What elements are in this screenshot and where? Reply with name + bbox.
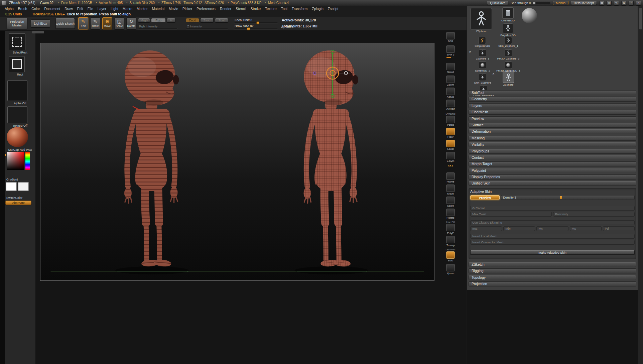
aahalf-button[interactable]: AAHalf bbox=[445, 100, 456, 110]
scale-mode-button[interactable]: ◱ Scale bbox=[114, 17, 124, 29]
menus-button[interactable]: Menus bbox=[553, 1, 568, 5]
floor-button[interactable]: Floor bbox=[445, 128, 456, 138]
material-matcap-thumb[interactable] bbox=[7, 127, 28, 147]
model-adaptive-skin[interactable] bbox=[295, 50, 368, 274]
section-topology[interactable]: Topology bbox=[469, 275, 636, 280]
layout-split-icon[interactable]: ▥ bbox=[607, 1, 612, 5]
adaptive-preview-button[interactable]: Preview bbox=[470, 195, 500, 200]
spix-slider[interactable] bbox=[446, 57, 455, 58]
menu-tool[interactable]: Tool bbox=[281, 7, 287, 11]
persp-button[interactable]: Dynamic Persp bbox=[445, 112, 456, 126]
zadd-button[interactable]: Zadd bbox=[186, 18, 199, 22]
local-button[interactable]: Local bbox=[445, 140, 456, 150]
close-icon[interactable]: ✕ bbox=[636, 1, 641, 5]
rgb-button[interactable]: Rgb bbox=[151, 18, 166, 22]
menu-macro[interactable]: Macro bbox=[123, 7, 132, 11]
zoom-button[interactable]: Zoom bbox=[445, 76, 456, 86]
polyf-button[interactable]: Line Fill PolyF bbox=[445, 221, 456, 235]
quicksave-button[interactable]: QuickSave bbox=[487, 1, 508, 5]
mrgb-button[interactable]: Mrgb bbox=[138, 18, 150, 22]
edit-config-icon[interactable]: ✎ bbox=[614, 1, 619, 5]
move-mode-button[interactable]: ⊕ Move bbox=[102, 17, 112, 29]
section-display-properties[interactable]: Display Properties bbox=[469, 174, 636, 179]
lsym-button[interactable]: L.Sym bbox=[445, 152, 456, 162]
document-viewport[interactable] bbox=[40, 43, 434, 281]
tool-thumb-cylinder3d[interactable]: Cylinder3D bbox=[497, 7, 519, 22]
draw-size-track[interactable] bbox=[234, 28, 278, 29]
adaptive-skin-title[interactable]: Adaptive Skin bbox=[470, 190, 492, 194]
menu-picker[interactable]: Picker bbox=[182, 7, 192, 11]
menu-movie[interactable]: Movie bbox=[169, 7, 178, 11]
section-projection[interactable]: Projection bbox=[469, 281, 636, 286]
section-visibility[interactable]: Visibility bbox=[469, 142, 636, 147]
tool-thumb-pm3d-sphere3d-1[interactable]: PM3D_Sphere3D_1 bbox=[496, 62, 520, 72]
focal-shift-knob[interactable] bbox=[256, 21, 259, 24]
projection-master-button[interactable]: Projection Master bbox=[7, 18, 27, 29]
menu-document[interactable]: Document bbox=[44, 7, 60, 11]
tool-thumb-simplebrush[interactable]: SimpleBrush bbox=[472, 37, 492, 47]
section-contact[interactable]: Contact bbox=[469, 155, 636, 160]
section-fibermesh[interactable]: FiberMesh bbox=[469, 110, 636, 115]
scale-doc-button[interactable]: Scale bbox=[445, 197, 456, 207]
menu-material[interactable]: Material bbox=[152, 7, 164, 11]
tool-thumb-polymesh3d[interactable]: PolyMesh3D bbox=[497, 23, 519, 37]
rgb-intensity-track[interactable] bbox=[138, 28, 177, 29]
section-rigging[interactable]: Rigging bbox=[469, 268, 636, 273]
density-slider[interactable]: Density 3 bbox=[501, 195, 635, 200]
rotate-doc-button[interactable]: Rotate bbox=[445, 209, 456, 219]
see-through-knob[interactable] bbox=[533, 2, 535, 4]
rotate-mode-button[interactable]: ↻ Rotate bbox=[126, 17, 136, 29]
section-zsketch[interactable]: ZSketch bbox=[469, 262, 636, 267]
section-deformation[interactable]: Deformation bbox=[469, 129, 636, 134]
section-masking[interactable]: Masking bbox=[469, 136, 636, 141]
menu-stencil[interactable]: Stencil bbox=[236, 7, 246, 11]
focal-shift-slider[interactable]: Focal Shift 0 bbox=[235, 18, 252, 22]
section-morph-target[interactable]: Morph Target bbox=[469, 161, 636, 166]
menu-brush[interactable]: Brush bbox=[18, 7, 27, 11]
menu-stroke[interactable]: Stroke bbox=[251, 7, 261, 11]
menu-file[interactable]: File bbox=[88, 7, 93, 11]
tool-thumb-sphere3d-2[interactable]: Sphere3D_2 bbox=[473, 62, 492, 72]
menu-color[interactable]: Color bbox=[31, 7, 40, 11]
tool-thumb-skin-zsphere[interactable]: Skin_ZSphere bbox=[473, 74, 492, 84]
tool-thumb-skin-zsphere-1[interactable]: Skin_ZSphere_1 bbox=[496, 37, 520, 47]
lightbox-button[interactable]: LightBox bbox=[31, 19, 50, 27]
transp-button[interactable]: Transp bbox=[445, 236, 456, 247]
panel-scrollbar[interactable] bbox=[638, 6, 643, 364]
z-intensity-slider[interactable]: Z Intensity bbox=[187, 24, 202, 28]
menu-preferences[interactable]: Preferences bbox=[197, 7, 216, 11]
draw-size-knob[interactable] bbox=[247, 27, 250, 30]
alpha-thumb[interactable] bbox=[7, 80, 27, 101]
xyz-button[interactable]: XYZ bbox=[445, 164, 456, 167]
edit-mode-button[interactable]: ✎ Edit bbox=[78, 17, 88, 29]
stroke-rect-thumb[interactable] bbox=[9, 56, 25, 72]
scroll-button[interactable]: Scroll bbox=[445, 63, 456, 74]
z-intensity-track[interactable] bbox=[186, 28, 228, 29]
section-preview[interactable]: Preview bbox=[469, 116, 636, 121]
solo-button[interactable]: Dynamic Solo bbox=[445, 248, 456, 262]
menu-zscript[interactable]: Zscript bbox=[328, 7, 339, 11]
menu-edit[interactable]: Edit bbox=[77, 7, 83, 11]
m-button[interactable]: M bbox=[167, 18, 175, 22]
color-picker-cursor[interactable] bbox=[8, 153, 10, 155]
menu-transform[interactable]: Transform bbox=[292, 7, 307, 11]
canvas-scrollbar[interactable] bbox=[32, 31, 44, 33]
menu-marker[interactable]: Marker bbox=[137, 7, 148, 11]
tool-thumb-zsphere-main[interactable]: ZSphere bbox=[470, 8, 493, 33]
move-doc-button[interactable]: Move bbox=[445, 185, 456, 195]
see-through-slider[interactable]: See-through 0 bbox=[511, 1, 550, 5]
frame-button[interactable]: Frame bbox=[445, 172, 456, 183]
density-knob[interactable] bbox=[560, 196, 562, 199]
menu-render[interactable]: Render bbox=[220, 7, 231, 11]
rgb-intensity-slider[interactable]: Rgb Intensity bbox=[139, 24, 157, 28]
texture-thumb[interactable] bbox=[7, 106, 27, 123]
menu-draw[interactable]: Draw bbox=[65, 7, 73, 11]
transpose-endpoint-left[interactable] bbox=[313, 72, 316, 75]
tool-thumb-pm3d-zsphere-3[interactable]: PM3D_ZSphere_3 bbox=[496, 49, 520, 60]
swap-panels-icon[interactable]: ⇅ bbox=[621, 1, 626, 5]
main-color-swatch[interactable] bbox=[6, 182, 17, 191]
menu-texture[interactable]: Texture bbox=[265, 7, 276, 11]
tool-thumb-zsphere-active[interactable]: 6 ZSphere bbox=[496, 72, 520, 86]
focal-shift-track[interactable] bbox=[234, 22, 278, 23]
model-zsphere-preview[interactable] bbox=[115, 50, 188, 274]
